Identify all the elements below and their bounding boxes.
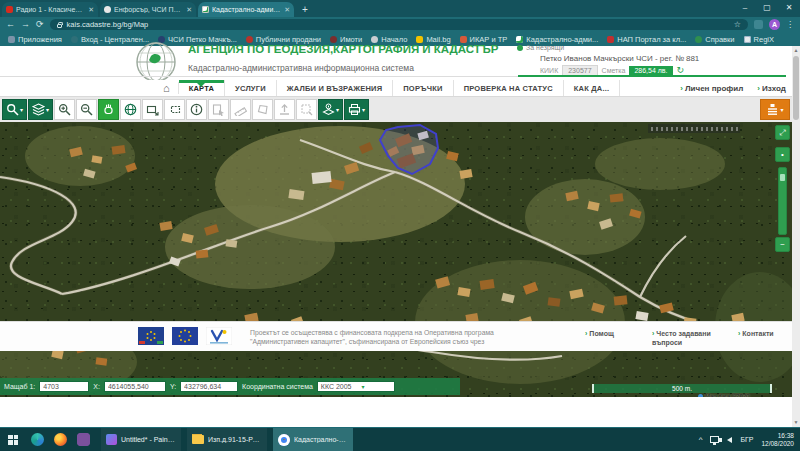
id-label: КИИК: [540, 67, 558, 74]
fullscreen-button[interactable]: ⤢: [775, 125, 790, 140]
nav-item-uslugi[interactable]: УСЛУГИ: [225, 80, 277, 96]
chevron-right-icon: ›: [757, 84, 760, 93]
tab-close-icon[interactable]: ✕: [88, 6, 94, 14]
next-extent-icon: [168, 103, 181, 116]
bookmark-spravki[interactable]: Справки: [695, 35, 734, 44]
map-menu-button[interactable]: ▾: [760, 99, 790, 120]
profile-link[interactable]: ›Личен профил: [680, 84, 743, 93]
language-indicator[interactable]: БГР: [740, 436, 753, 443]
bookmark-favicon: [744, 36, 751, 43]
window-controls: – ▢ ✕: [734, 0, 800, 16]
polygon-tool-button[interactable]: [252, 99, 273, 120]
measure-tool-button[interactable]: [230, 99, 251, 120]
page-scrollbar[interactable]: ▲ ▼: [792, 46, 800, 427]
footer-link-faq[interactable]: ›Често задавани въпроси: [652, 329, 726, 347]
url-text[interactable]: kais.cadastre.bg/bg/Map: [67, 20, 149, 29]
legend-icon: [322, 103, 335, 116]
folder-icon: [192, 435, 204, 444]
scrollbar-thumb[interactable]: [793, 56, 799, 120]
zoom-slider[interactable]: [778, 167, 787, 235]
taskbar-app-folder[interactable]: Изп.д.91-15-Рейтън: [187, 428, 267, 451]
browser-tab-radio[interactable]: Радио 1 - Класическите хит ✕: [2, 2, 98, 17]
browser-tab-enforcer[interactable]: Енфорсър, ЧСИ Петко Мачкъ ✕: [100, 2, 196, 17]
bookmark-star-icon[interactable]: ☆: [734, 20, 741, 29]
browser-tab-kais[interactable]: Кадастрално-административн ✕: [198, 2, 294, 17]
start-button[interactable]: [0, 435, 26, 445]
nav-item-porachki[interactable]: ПОРЪЧКИ: [393, 80, 453, 96]
taskbar-clock[interactable]: 16:38 12/08/2020: [761, 432, 794, 448]
accessibility-link[interactable]: За незрящи: [517, 44, 564, 51]
tab-close-icon[interactable]: ✕: [284, 6, 290, 14]
firefox-icon[interactable]: [54, 433, 67, 446]
pan-tool-button[interactable]: [98, 99, 119, 120]
nav-item-karta[interactable]: КАРТА: [179, 80, 225, 96]
locate-button[interactable]: •: [775, 147, 790, 162]
select-region-button[interactable]: [296, 99, 317, 120]
bookmark-apps[interactable]: Приложения: [8, 35, 62, 44]
browser-menu-icon[interactable]: ⋮: [786, 20, 794, 29]
legend-tool-button[interactable]: ▾: [318, 99, 343, 120]
map-viewport[interactable]: ⤢ • − Мащаб 1: X: Y: Координатна система…: [0, 122, 792, 397]
forward-icon[interactable]: →: [21, 18, 30, 31]
bookmark-regix[interactable]: RegiX: [744, 35, 774, 44]
scale-input[interactable]: [39, 381, 89, 392]
taskbar-app-paint3d[interactable]: Untitled* - Paint 3D: [101, 428, 181, 451]
taskbar-app-chrome[interactable]: Кадастрално-адми...: [273, 428, 353, 451]
zoom-out-button[interactable]: [76, 99, 97, 120]
site-header: АГЕНЦИЯ ПО ГЕОДЕЗИЯ,КАРТОГРАФИЯ И КАДАСТ…: [0, 46, 792, 80]
extension-icon[interactable]: [754, 20, 763, 29]
reload-icon[interactable]: ⟳: [36, 18, 44, 31]
scroll-down-icon[interactable]: ▼: [792, 418, 800, 427]
print-tool-button[interactable]: ▾: [344, 99, 369, 120]
hidden-icons-chevron[interactable]: ^: [699, 435, 703, 444]
nav-item-proverka[interactable]: ПРОВЕРКА НА СТАТУС: [454, 80, 564, 96]
info-tool-button[interactable]: [186, 99, 207, 120]
logout-link[interactable]: ›Изход: [757, 84, 786, 93]
y-coordinate-input[interactable]: [180, 381, 238, 392]
viber-icon[interactable]: [77, 433, 90, 446]
nav-item-zhalbi[interactable]: ЖАЛБИ И ВЪЗРАЖЕНИЯ: [277, 80, 394, 96]
profile-avatar[interactable]: A: [769, 19, 780, 30]
nav-item-kakda[interactable]: КАК ДА...: [564, 80, 620, 96]
close-button[interactable]: ✕: [778, 0, 800, 16]
identify-tool-button[interactable]: [208, 99, 229, 120]
back-icon[interactable]: ←: [6, 18, 15, 31]
scroll-up-icon[interactable]: ▲: [792, 46, 800, 55]
account-links: ›Личен профил ›Изход: [680, 80, 785, 96]
y-label: Y:: [170, 383, 176, 390]
full-extent-button[interactable]: [120, 99, 141, 120]
previous-extent-button[interactable]: [142, 99, 163, 120]
url-field[interactable]: kais.cadastre.bg/bg/Map ☆: [50, 19, 748, 30]
info-icon: [190, 103, 203, 116]
bookmark-favicon: [71, 36, 78, 43]
zoom-out-slider-button[interactable]: −: [775, 237, 790, 252]
tab-close-icon[interactable]: ✕: [186, 6, 192, 14]
volume-icon[interactable]: [727, 437, 732, 443]
edge-icon[interactable]: [31, 433, 44, 446]
home-icon[interactable]: ⌂: [155, 82, 179, 94]
footer-funding-text: Проектът се осъществява с финансовата по…: [250, 328, 580, 346]
export-tool-button[interactable]: [274, 99, 295, 120]
bookmark-nap[interactable]: НАП Портал за кл...: [607, 35, 686, 44]
x-coordinate-input[interactable]: [104, 381, 166, 392]
bookmark-kais[interactable]: Кадастрално-адми...: [516, 35, 598, 44]
map-scale-bar: 500 m.: [592, 384, 772, 393]
layers-tool-button[interactable]: ▾: [28, 99, 53, 120]
footer-link-help[interactable]: ›Помощ: [585, 329, 614, 338]
network-icon[interactable]: [710, 436, 719, 443]
zoom-slider-handle[interactable]: [780, 174, 785, 181]
next-extent-button[interactable]: [164, 99, 185, 120]
upload-icon: [278, 103, 291, 116]
zoom-in-button[interactable]: [54, 99, 75, 120]
crs-select[interactable]: ККС 2005▾: [317, 381, 395, 392]
printer-icon: [348, 103, 361, 116]
tab-title: Кадастрално-административн: [212, 6, 281, 13]
chevron-down-icon: ▾: [362, 382, 365, 392]
refresh-balance-icon[interactable]: ↻: [677, 66, 685, 75]
new-tab-button[interactable]: +: [298, 3, 312, 17]
maximize-button[interactable]: ▢: [756, 0, 778, 16]
search-tool-button[interactable]: ▾: [2, 99, 27, 120]
footer-link-contacts[interactable]: ›Контакти: [738, 329, 774, 338]
satellite-map-image[interactable]: [0, 122, 792, 397]
minimize-button[interactable]: –: [734, 0, 756, 16]
